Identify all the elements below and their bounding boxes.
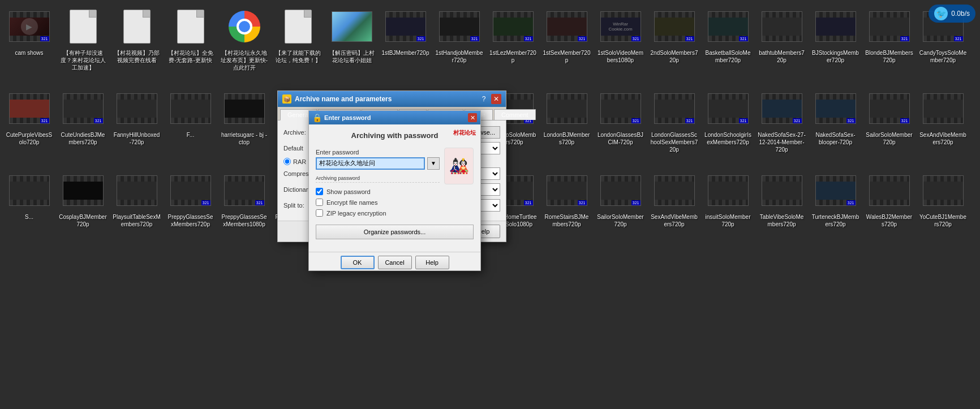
- desktop-icon-londonglassesschool[interactable]: 321 LondonGlassesSchoolSexMembers720p: [647, 84, 701, 166]
- icon-label: PreppyGlassesSexMembers720p: [166, 213, 214, 228]
- desktop-icon-harriet1[interactable]: harrietsugarc - bj - ctop: [217, 84, 271, 166]
- desktop-icon-wales[interactable]: WalesBJ2Members720p: [862, 166, 916, 248]
- icon-label: TurteneckBJMembers720p: [811, 213, 859, 228]
- archive-close-button[interactable]: ✕: [491, 94, 501, 104]
- radio-rar[interactable]: RAR: [283, 158, 306, 165]
- icon-label: S...: [25, 213, 33, 221]
- icon-label: 【村花视频】乃部视频完费在线看: [113, 49, 161, 64]
- icon-label: FannyHillUnboxed-720p: [113, 131, 161, 146]
- icon-label: LondonGlassesBJCIM-720p: [596, 131, 644, 146]
- archive-titlebar-icon: 📦: [282, 94, 291, 104]
- archiving-password-label: Archiving password: [316, 175, 440, 183]
- icon-label: PreppyGlassesSexMembers1080p: [220, 213, 268, 228]
- icon-label: SailorSoloMember720p: [865, 131, 913, 146]
- show-password-checkbox[interactable]: [316, 188, 323, 195]
- desktop-icon-basketball[interactable]: 321 BasketballSoloMember720p: [701, 2, 755, 84]
- archiving-with-password-text: Archiving with password: [351, 131, 439, 140]
- encrypt-file-names-label[interactable]: Encrypt file names: [326, 199, 377, 206]
- desktop-icon-chrome[interactable]: 【村花论坛永久地址发布页】更新快-点此打开: [217, 2, 271, 84]
- encrypt-file-names-checkbox[interactable]: [316, 199, 323, 206]
- icon-label: 【来了就能下载的论坛，纯免费！】: [274, 49, 322, 64]
- icon-label: TableVibeSoloMembers720p: [758, 213, 806, 228]
- desktop-icon-f[interactable]: F...: [164, 84, 217, 166]
- desktop-icon-cosplayBJ[interactable]: CosplayBJMember720p: [56, 166, 110, 248]
- tab-comment[interactable]: Comment: [494, 109, 536, 120]
- icon-label: 【有种子却没速度？来村花论坛人工加速】: [59, 49, 107, 71]
- icon-label: CosplayBJMember720p: [59, 213, 107, 228]
- archive-help-button[interactable]: ?: [479, 94, 489, 104]
- watermark-text: 村花论坛: [453, 129, 476, 137]
- desktop-icon-preppyglasses1[interactable]: 321 PreppyGlassesSexMembers720p: [164, 166, 217, 248]
- desktop-icon-1stSoloVideo[interactable]: WinRarCookie.com321 1stSoloVideoMembers1…: [594, 2, 647, 84]
- icon-label: LondonSchoolgirIsexMembers720p: [704, 131, 752, 146]
- password-cancel-button[interactable]: Cancel: [378, 256, 412, 269]
- icon-label: 1stLezMember720p: [489, 49, 537, 64]
- desktop-icon-sailorsolo2[interactable]: 321 SailorSoloMember720p: [594, 166, 647, 248]
- desktop-icon-s[interactable]: S...: [2, 166, 56, 248]
- icon-label: NakedSofaSex-blooper-720p: [811, 131, 859, 146]
- desktop-icon-blondeBJ[interactable]: 321 BlondeBJMembers720p: [862, 2, 916, 84]
- bird-icon: 🐦: [934, 7, 948, 20]
- desktop-icon-sailorsolo[interactable]: 321 SailorSoloMember720p: [862, 84, 916, 166]
- password-help-button[interactable]: Help: [415, 256, 449, 269]
- desktop-icon-yocute[interactable]: YoCuteBJ1Members720p: [916, 166, 970, 248]
- archive-dialog-titlebar: 📦 Archive name and parameters ? ✕: [278, 91, 506, 107]
- desktop-icon-preppyglasses2[interactable]: 321 PreppyGlassesSexMembers1080p: [217, 166, 271, 248]
- password-dialog[interactable]: 🔒 Enter password ✕ Archiving with passwo…: [308, 110, 481, 271]
- icon-label: BasketballSoloMember720p: [704, 49, 752, 64]
- password-dialog-close-button[interactable]: ✕: [468, 113, 477, 122]
- password-ok-button[interactable]: OK: [341, 256, 375, 269]
- desktop-icon-playsuit[interactable]: PlaysuitTableSexMembers720p: [110, 166, 164, 248]
- desktop-icon-1stLez[interactable]: 321 1stLezMember720p: [486, 2, 540, 84]
- desktop-icon-londonBJ[interactable]: LondonBJMembers720p: [540, 84, 594, 166]
- desktop-icon-zip[interactable]: 【解压密码】上村花论坛看小姐姐: [325, 2, 379, 84]
- archive-dialog-title: Archive name and parameters: [295, 95, 392, 103]
- desktop-icon-bjstockings[interactable]: BJStockingsMember720p: [809, 2, 862, 84]
- desktop-icon-sexvibe[interactable]: SexAndVibeMembers720p: [916, 84, 970, 166]
- desktop-icon-cuteundies[interactable]: 321 CuteUndiesBJMembers720p: [56, 84, 110, 166]
- show-password-label[interactable]: Show password: [326, 188, 371, 195]
- desktop-icon-chinese1[interactable]: 【有种子却没速度？来村花论坛人工加速】: [56, 2, 110, 84]
- desktop-icon-cam-shows[interactable]: ▶ 321 cam shows: [2, 2, 56, 84]
- speed-value: 0.0b/s: [951, 10, 970, 18]
- icon-label: CandyToysSoloMember720p: [919, 49, 967, 64]
- icon-label: LondonBJMembers720p: [543, 131, 591, 146]
- desktop-icon-londonglassesBJ[interactable]: 321 LondonGlassesBJCIM-720p: [594, 84, 647, 166]
- desktop-icon-romestairs[interactable]: 321 RomeStairsBJMembers720p: [540, 166, 594, 248]
- icon-label: harrietsugarc - bj - ctop: [220, 131, 268, 146]
- zip-legacy-checkbox[interactable]: [316, 209, 323, 217]
- desktop-icon-2ndSolo[interactable]: 321 2ndSoloMembers720p: [647, 2, 701, 84]
- icon-label: 1stSoloVideoMembers1080p: [596, 49, 644, 64]
- icon-label: YoCuteBJ1Members720p: [919, 213, 967, 228]
- desktop-icon-chinese2[interactable]: 【村花视频】乃部视频完费在线看: [110, 2, 164, 84]
- desktop-icon-cutepurple[interactable]: 321 CutePurpleVibesSolo720p: [2, 84, 56, 166]
- desktop-icon-1stHandjob[interactable]: 321 1stHandjobMember720p: [432, 2, 486, 84]
- desktop-icon-1stSex[interactable]: 321 1stSexMember720p: [540, 2, 594, 84]
- password-input[interactable]: [316, 157, 425, 170]
- enter-password-label: Enter password: [316, 149, 440, 156]
- icon-label: 1stHandjobMember720p: [435, 49, 483, 64]
- desktop-icon-chinese4[interactable]: 【来了就能下载的论坛，纯免费！】: [271, 2, 325, 84]
- desktop-icon-insuit[interactable]: insuitSoloMember720p: [701, 166, 755, 248]
- desktop-icon-nakedsofasex2[interactable]: 321 NakedSofaSex-blooper-720p: [809, 84, 862, 166]
- desktop-icon-bathtub[interactable]: bathtubMembers720p: [755, 2, 809, 84]
- desktop-icon-nakedsofasex1[interactable]: 321 NakedSofaSex-27-12-2014-Member-720p: [755, 84, 809, 166]
- zip-legacy-label[interactable]: ZIP legacy encryption: [326, 210, 386, 217]
- desktop-icon-turteneck[interactable]: 321 TurteneckBJMembers720p: [809, 166, 862, 248]
- icon-label: SexAndVibeMembers720p: [650, 213, 698, 228]
- icon-label: 1stSexMember720p: [543, 49, 591, 64]
- desktop-icon-londonschoolgirl[interactable]: 321 LondonSchoolgirIsexMembers720p: [701, 84, 755, 166]
- icon-label: insuitSoloMember720p: [704, 213, 752, 228]
- desktop-icon-chinese3[interactable]: 【村花论坛】全免费-无套路-更新快: [164, 2, 217, 84]
- icon-label: bathtubMembers720p: [758, 49, 806, 64]
- desktop-icon-tablevibe[interactable]: TableVibeSoloMembers720p: [755, 166, 809, 248]
- desktop-icon-fannyhill[interactable]: FannyHillUnboxed-720p: [110, 84, 164, 166]
- desktop-icon-sexvibe2[interactable]: SexAndVibeMembers720p: [647, 166, 701, 248]
- desktop-icon-1stBJMember720p[interactable]: 321 1stBJMember720p: [379, 2, 432, 84]
- icon-label: NakedSofaSex-27-12-2014-Member-720p: [758, 131, 806, 153]
- password-dialog-titlebar: 🔒 Enter password ✕: [309, 111, 480, 124]
- password-dialog-body: Archiving with password 村花论坛 Enter passw…: [309, 124, 480, 252]
- speed-widget: 🐦 0.0b/s: [929, 5, 975, 23]
- password-dropdown-button[interactable]: ▼: [427, 157, 440, 170]
- organize-passwords-button[interactable]: Organize passwords...: [316, 225, 474, 239]
